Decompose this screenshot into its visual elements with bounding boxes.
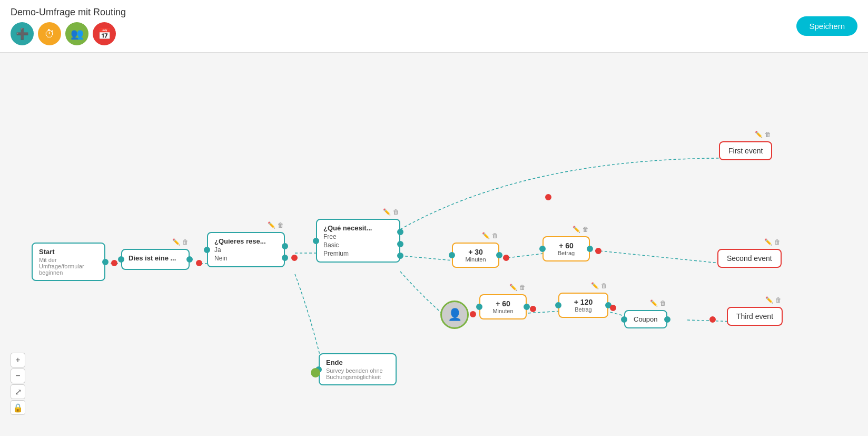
node-time3-actions: ✏️ 🗑 bbox=[509, 284, 526, 291]
connector-x-1 bbox=[111, 260, 117, 266]
node-time2-out bbox=[587, 246, 593, 252]
zoom-controls: + − ⤢ 🔒 bbox=[11, 353, 25, 415]
node-time2-actions: ✏️ 🗑 bbox=[573, 226, 589, 233]
delete-icon-e3[interactable]: 🗑 bbox=[775, 296, 782, 304]
delete-icon-2[interactable]: 🗑 bbox=[278, 221, 284, 229]
node-step3[interactable]: ✏️ 🗑 ¿Qué necesit... Free Basic Premium bbox=[316, 219, 400, 263]
node-step2-actions: ✏️ 🗑 bbox=[268, 221, 284, 229]
connections-svg bbox=[0, 53, 868, 436]
node-step2-in-dot bbox=[204, 247, 210, 253]
connector-x-3 bbox=[291, 255, 298, 261]
zoom-out-button[interactable]: − bbox=[11, 369, 25, 383]
lock-button[interactable]: 🔒 bbox=[11, 400, 25, 415]
node-time1-out bbox=[496, 252, 502, 258]
group-button[interactable]: 👥 bbox=[65, 22, 88, 45]
zoom-in-button[interactable]: + bbox=[11, 353, 25, 367]
timer-button[interactable]: ⏱ bbox=[38, 22, 61, 45]
node-time4[interactable]: ✏️ 🗑 + 120 Betrag bbox=[558, 293, 608, 318]
edit-icon-3[interactable]: ✏️ bbox=[383, 208, 391, 216]
node-step3-out-mid bbox=[397, 241, 403, 247]
connector-x-5 bbox=[503, 255, 509, 261]
node-coupon-actions: ✏️ 🗑 bbox=[650, 299, 666, 307]
node-time4-title: + 120 bbox=[566, 298, 601, 306]
delete-icon-e2[interactable]: 🗑 bbox=[774, 238, 781, 246]
edit-icon-t3[interactable]: ✏️ bbox=[509, 284, 517, 291]
node-time2-title: + 60 bbox=[550, 241, 583, 250]
node-event1-actions: ✏️ 🗑 bbox=[755, 131, 771, 138]
node-step3-opt1: Free bbox=[323, 233, 393, 240]
node-time3-title: + 60 bbox=[487, 299, 519, 308]
calendar-button[interactable]: 📅 bbox=[93, 22, 116, 45]
edit-icon-c[interactable]: ✏️ bbox=[650, 299, 658, 307]
node-event1-title: First event bbox=[728, 147, 763, 155]
svg-line-5 bbox=[595, 250, 724, 264]
edit-icon-t4[interactable]: ✏️ bbox=[591, 282, 599, 289]
delete-icon-3[interactable]: 🗑 bbox=[393, 208, 399, 216]
delete-icon-c[interactable]: 🗑 bbox=[660, 299, 666, 307]
node-step1-actions: ✏️ 🗑 bbox=[172, 238, 189, 246]
node-time4-sub: Betrag bbox=[566, 306, 601, 313]
connector-x-9 bbox=[610, 305, 616, 311]
node-coupon[interactable]: ✏️ 🗑 Coupon bbox=[624, 310, 667, 328]
add-survey-button[interactable]: ➕ bbox=[11, 22, 34, 45]
edit-icon-e1[interactable]: ✏️ bbox=[755, 131, 763, 138]
node-start-title: Start bbox=[39, 248, 98, 256]
node-time1[interactable]: ✏️ 🗑 + 30 Minuten bbox=[452, 243, 499, 268]
delete-icon-e1[interactable]: 🗑 bbox=[765, 131, 771, 138]
node-event2-title: Second event bbox=[727, 254, 772, 263]
node-step3-in-dot bbox=[313, 238, 319, 244]
delete-icon-t3[interactable]: 🗑 bbox=[519, 284, 526, 291]
connector-x-6 bbox=[595, 248, 601, 254]
node-step2-out-bot bbox=[282, 255, 288, 261]
node-start-subtitle: Mit der Umfrage/formular beginnen bbox=[39, 257, 98, 276]
connector-x-8 bbox=[530, 306, 536, 312]
node-event3-title: Third event bbox=[736, 312, 773, 321]
edit-icon[interactable]: ✏️ bbox=[172, 238, 180, 246]
node-time1-sub: Minuten bbox=[459, 256, 492, 263]
edit-icon-t2[interactable]: ✏️ bbox=[573, 226, 580, 233]
save-button[interactable]: Speichern bbox=[796, 16, 857, 36]
node-step2[interactable]: ✏️ 🗑 ¿Quieres rese... Ja Nein bbox=[207, 232, 285, 267]
delete-icon-t4[interactable]: 🗑 bbox=[601, 282, 607, 289]
header: Demo-Umfrage mit Routing ➕ ⏱ 👥 📅 Speiche… bbox=[0, 0, 868, 53]
node-event3[interactable]: ✏️ 🗑 Third event bbox=[727, 307, 783, 326]
edit-icon-e2[interactable]: ✏️ bbox=[764, 238, 772, 246]
connector-x-2 bbox=[196, 260, 202, 266]
node-avatar[interactable]: 👤 bbox=[440, 301, 469, 329]
ende-start-dot bbox=[311, 368, 320, 377]
app-title: Demo-Umfrage mit Routing bbox=[11, 7, 126, 18]
node-time2-sub: Betrag bbox=[550, 250, 583, 256]
node-time2[interactable]: ✏️ 🗑 + 60 Betrag bbox=[542, 236, 590, 261]
node-time4-in bbox=[555, 302, 561, 308]
connector-x-4 bbox=[545, 194, 551, 200]
edit-icon-t1[interactable]: ✏️ bbox=[482, 232, 490, 239]
node-step2-opt2: Nein bbox=[214, 255, 278, 262]
node-event2-actions: ✏️ 🗑 bbox=[764, 238, 781, 246]
edit-icon-2[interactable]: ✏️ bbox=[268, 221, 275, 229]
node-step2-out-top bbox=[282, 243, 288, 249]
node-step1[interactable]: ✏️ 🗑 Dies ist eine ... bbox=[121, 249, 190, 270]
edit-icon-e3[interactable]: ✏️ bbox=[765, 296, 773, 304]
node-time1-in bbox=[449, 252, 455, 258]
node-time3[interactable]: ✏️ 🗑 + 60 Minuten bbox=[479, 294, 527, 319]
connector-x-10 bbox=[709, 316, 716, 323]
node-step1-in-dot bbox=[118, 256, 124, 263]
node-step3-title: ¿Qué necesit... bbox=[323, 224, 393, 232]
node-ende[interactable]: Ende Survey beenden ohne Buchungsmöglich… bbox=[319, 353, 397, 385]
node-step3-opt2: Basic bbox=[323, 241, 393, 249]
node-step3-actions: ✏️ 🗑 bbox=[383, 208, 399, 216]
connector-x-7 bbox=[470, 311, 476, 317]
delete-icon[interactable]: 🗑 bbox=[182, 238, 189, 246]
node-event3-actions: ✏️ 🗑 bbox=[765, 296, 782, 304]
node-event2[interactable]: ✏️ 🗑 Second event bbox=[717, 249, 782, 268]
delete-icon-t1[interactable]: 🗑 bbox=[492, 232, 498, 239]
delete-icon-t2[interactable]: 🗑 bbox=[583, 226, 589, 233]
fit-button[interactable]: ⤢ bbox=[11, 384, 25, 399]
node-start[interactable]: Start Mit der Umfrage/formular beginnen bbox=[32, 243, 105, 281]
node-ende-subtitle: Survey beenden ohne Buchungsmöglichkeit bbox=[326, 367, 389, 380]
node-step3-opt3: Premium bbox=[323, 250, 393, 257]
node-event1[interactable]: ✏️ 🗑 First event bbox=[719, 141, 772, 160]
node-time1-title: + 30 bbox=[459, 248, 492, 256]
node-time3-out bbox=[524, 304, 530, 310]
node-step3-out-top bbox=[397, 229, 403, 235]
